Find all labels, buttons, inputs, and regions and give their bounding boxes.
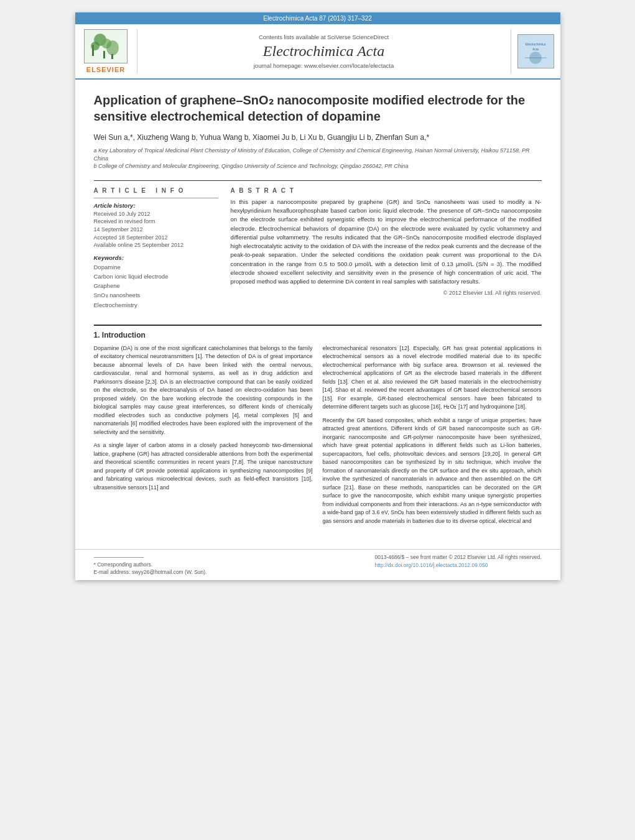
- received-date: Received 10 July 2012: [94, 210, 218, 218]
- footer-left-section: * Corresponding authors. E-mail address:…: [94, 553, 207, 576]
- footnote-divider: [94, 557, 144, 558]
- intro-col-left: Dopamine (DA) is one of the most signifi…: [94, 344, 313, 531]
- article-info-label: A R T I C L E I N F O: [94, 187, 218, 194]
- journal-title-section: Contents lists available at SciVerse Sci…: [144, 29, 504, 73]
- history-label: Article history:: [94, 202, 218, 209]
- svg-point-5: [106, 40, 119, 55]
- journal-page: Electrochimica Acta 87 (2013) 317–322 EL…: [75, 12, 560, 580]
- article-info-column: A R T I C L E I N F O Article history: R…: [94, 187, 218, 315]
- svg-text:Acta: Acta: [532, 47, 538, 51]
- elsevier-tree-logo: [84, 29, 127, 63]
- journal-cover-image: Electrochimica Acta: [517, 34, 554, 68]
- received-revised-label: Received in revised form: [94, 218, 218, 226]
- abstract-label: A B S T R A C T: [231, 187, 542, 194]
- keywords-section: Keywords: Dopamine Carbon ionic liquid e…: [94, 254, 218, 310]
- issue-text: Electrochimica Acta 87 (2013) 317–322: [263, 15, 372, 22]
- journal-header: ELSEVIER Contents lists available at Sci…: [75, 24, 560, 80]
- svg-rect-4: [103, 51, 105, 58]
- keyword-4: SnO₂ nanosheets: [94, 290, 218, 300]
- corresponding-authors-note: * Corresponding authors.: [94, 561, 207, 569]
- elsevier-logo-section: ELSEVIER: [81, 29, 137, 73]
- abstract-column: A B S T R A C T In this paper a nanocomp…: [231, 187, 542, 315]
- sciverse-text: Contents lists available at SciVerse Sci…: [259, 34, 389, 40]
- intro-para-1: Dopamine (DA) is one of the most signifi…: [94, 344, 313, 437]
- svg-text:Electrochimica: Electrochimica: [525, 42, 545, 46]
- intro-para-4: Recently the GR based composites, which …: [323, 417, 542, 526]
- email-footnote: E-mail address: swyy26@hotmail.com (W. S…: [94, 569, 207, 576]
- doi-text: http://dx.doi.org/10.1016/j.electacta.20…: [374, 561, 541, 570]
- authors-text: Wei Sun a,*, Xiuzheng Wang b, Yuhua Wang…: [94, 133, 430, 142]
- revised-date: 14 September 2012: [94, 226, 218, 234]
- intro-para-3: electromechanical resonators [12]. Espec…: [323, 344, 542, 412]
- abstract-text: In this paper a nanocomposite prepared b…: [231, 198, 542, 287]
- journal-homepage: journal homepage: www.elsevier.com/locat…: [254, 62, 394, 69]
- affiliation-a: a Key Laboratory of Tropical Medicinal P…: [94, 147, 542, 162]
- keyword-1: Dopamine: [94, 262, 218, 272]
- issn-text: 0013-4686/$ – see front matter © 2012 El…: [374, 553, 541, 561]
- keyword-2: Carbon ionic liquid electrode: [94, 272, 218, 281]
- footer-right-section: 0013-4686/$ – see front matter © 2012 El…: [374, 553, 541, 570]
- introduction-heading: 1. Introduction: [94, 331, 542, 339]
- journal-logo-right: Electrochimica Acta: [511, 29, 554, 73]
- journal-name: Electrochimica Acta: [263, 43, 384, 60]
- intro-para-2: As a single layer of carbon atoms in a c…: [94, 441, 313, 492]
- svg-rect-6: [111, 54, 113, 59]
- introduction-body: Dopamine (DA) is one of the most signifi…: [94, 344, 542, 531]
- page-footer: * Corresponding authors. E-mail address:…: [75, 549, 560, 580]
- keyword-3: Graphene: [94, 281, 218, 290]
- info-abstract-section: A R T I C L E I N F O Article history: R…: [94, 180, 542, 315]
- affiliations: a Key Laboratory of Tropical Medicinal P…: [94, 147, 542, 170]
- accepted-date: Accepted 18 September 2012: [94, 234, 218, 242]
- article-title: Application of graphene–SnO₂ nanocomposi…: [94, 92, 542, 124]
- article-info-box: Article history: Received 10 July 2012 R…: [94, 198, 218, 310]
- author-list: Wei Sun a,*, Xiuzheng Wang b, Yuhua Wang…: [94, 132, 542, 143]
- section-divider: [94, 325, 542, 326]
- keywords-list: Dopamine Carbon ionic liquid electrode G…: [94, 262, 218, 310]
- keyword-5: Electrochemistry: [94, 300, 218, 310]
- copyright-text: © 2012 Elsevier Ltd. All rights reserved…: [231, 290, 542, 296]
- keywords-label: Keywords:: [94, 254, 218, 261]
- elsevier-wordmark: ELSEVIER: [86, 66, 125, 73]
- intro-col-right: electromechanical resonators [12]. Espec…: [323, 344, 542, 531]
- svg-point-2: [91, 42, 100, 50]
- article-history: Article history: Received 10 July 2012 R…: [94, 202, 218, 249]
- journal-issue-bar: Electrochimica Acta 87 (2013) 317–322: [75, 12, 560, 24]
- article-body: Application of graphene–SnO₂ nanocomposi…: [75, 80, 560, 543]
- available-date: Available online 25 September 2012: [94, 241, 218, 249]
- affiliation-b: b College of Chemistry and Molecular Eng…: [94, 162, 542, 170]
- doi-link[interactable]: http://dx.doi.org/10.1016/j.electacta.20…: [374, 562, 488, 568]
